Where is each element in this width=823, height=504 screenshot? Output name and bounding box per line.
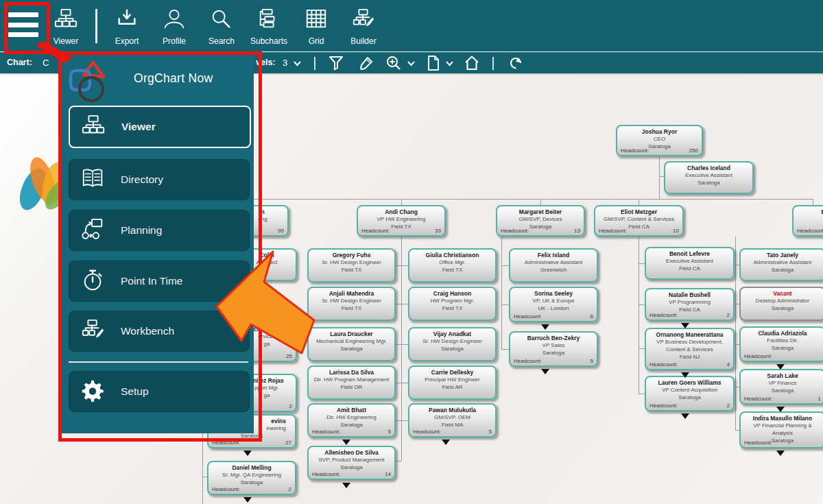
expand-subchart-icon[interactable]	[776, 451, 785, 456]
expand-subchart-icon[interactable]	[541, 324, 549, 330]
menu-item-viewer[interactable]: Viewer	[69, 106, 251, 148]
gear-icon	[81, 379, 106, 404]
org-node-laura-draucker[interactable]: Laura DrauckerMechanical Engineering Mgr…	[307, 327, 396, 361]
person-name: Giulia Christianson	[409, 252, 495, 259]
chevron-down-icon[interactable]	[294, 61, 301, 67]
headcount-label: Headcount:	[212, 440, 240, 446]
expand-subchart-icon[interactable]	[342, 483, 350, 488]
toolbar-divider	[95, 9, 97, 43]
chevron-down-icon[interactable]	[407, 61, 415, 67]
toolbar-button-subcharts[interactable]: Subcharts	[247, 8, 291, 48]
connector-line	[659, 176, 664, 177]
org-node-giulia-christianson[interactable]: Giulia ChristiansonOffice Mgr.Field TX	[408, 248, 497, 283]
org-node-allenisheo-de-silva[interactable]: Allenisheo De SilvaSVP, Product Manageme…	[307, 446, 396, 480]
org-node-tato-janely[interactable]: Tato JanelyAdministrative AssistantSarat…	[739, 248, 823, 281]
toolbar-button-label: Grid	[309, 36, 324, 46]
levels-value[interactable]: 3	[283, 58, 287, 68]
chevron-down-icon[interactable]	[446, 61, 453, 67]
org-node-larissa-da-silva[interactable]: Larissa Da SilvaDir. HW Program Manageme…	[307, 365, 396, 400]
headcount-value: 10	[673, 228, 679, 234]
menu-item-planning[interactable]: Planning	[69, 210, 250, 251]
expand-subchart-icon[interactable]	[776, 407, 785, 412]
connector-line	[735, 237, 736, 431]
headcount-label: Headcount:	[649, 403, 678, 409]
page-icon[interactable]	[425, 55, 442, 71]
org-node-amit-bhatt[interactable]: Amit BhattDir. HW EngineeringSaratogaHea…	[307, 403, 396, 437]
expand-subchart-icon[interactable]	[342, 440, 350, 445]
toolbar-button-export[interactable]: Export	[105, 8, 149, 48]
org-node-anjali-mahendra[interactable]: Anjali MahendraSr. HW Design EngineerFie…	[307, 287, 396, 321]
expand-subchart-icon[interactable]	[442, 440, 450, 445]
org-node-margaret-beiter[interactable]: Margaret BeiterGM/SVP, DevicesSaratogaHe…	[496, 205, 585, 237]
toolbar-button-profile[interactable]: Profile	[152, 8, 196, 48]
menu-item-point-in-time[interactable]: Point In Time	[69, 261, 250, 302]
person-name: Margaret Beiter	[497, 208, 584, 216]
org-node-vacant-desktop-admin[interactable]: VacantDesktop AdministratorSaratoga	[739, 287, 823, 321]
org-node-charles-iceland[interactable]: Charles IcelandExecutive AssistantSarato…	[664, 161, 754, 194]
highlighter-icon[interactable]	[358, 55, 374, 71]
expand-subchart-icon[interactable]	[681, 413, 689, 419]
org-node-claudia-adriazola[interactable]: Claudia AdriazolaFacilities Dir.Saratoga…	[739, 326, 823, 362]
toolbar-button-label: Viewer	[53, 36, 78, 46]
menu-item-workbench[interactable]: Workbench	[69, 311, 250, 352]
headcount-value: 14	[385, 471, 391, 477]
org-node-felix-island[interactable]: Felix IslandAdministrative AssistantGree…	[509, 248, 598, 283]
menu-item-setup[interactable]: Setup	[69, 371, 250, 412]
org-node-craig-hanson[interactable]: Craig HansonHW Program Mgr.Field TX	[408, 287, 497, 321]
person-name: Vijay Anadkat	[409, 331, 495, 338]
connector-line	[396, 383, 401, 383]
expand-subchart-icon[interactable]	[243, 497, 252, 503]
headcount-value: 4	[727, 361, 730, 368]
chart-label: Chart:	[7, 58, 32, 67]
refresh-icon[interactable]	[508, 55, 524, 71]
org-node-lauren-goers-williams[interactable]: Lauren Goers WilliamsVP Content Acquisit…	[645, 376, 735, 411]
person-title: VP Programming	[646, 299, 733, 307]
expand-subchart-icon[interactable]	[776, 364, 785, 370]
home-icon[interactable]	[464, 55, 480, 71]
org-node-andi-chang[interactable]: Andi ChangVP HW EngineeringField TXHeadc…	[357, 205, 446, 237]
org-node-indira-masullo-milano[interactable]: Indira Masullo MilanoVP Financial Planni…	[739, 411, 823, 448]
toolbar-button-grid[interactable]: Grid	[294, 8, 338, 48]
org-node-natalie-bushell[interactable]: Natalie BushellVP ProgrammingField CAHea…	[645, 288, 735, 321]
toolbar-button-search[interactable]: Search	[200, 8, 243, 48]
org-node-carrie-dellesky[interactable]: Carrie DelleskyPrincipal HW EngineerFiel…	[408, 365, 497, 400]
toolbar-button-viewer[interactable]: Viewer	[44, 8, 88, 48]
org-node-pawan-mulukutla[interactable]: Pawan MulukutlaGM/SVP, OEMField MAHeadco…	[408, 403, 497, 437]
headcount-label: Headcount:	[501, 228, 529, 234]
expand-subchart-icon[interactable]	[243, 451, 252, 456]
headcount-label: Headcount:	[797, 228, 823, 234]
connector-line	[401, 420, 408, 421]
expand-subchart-icon[interactable]	[541, 369, 549, 374]
connector-line	[401, 265, 408, 266]
toolbar-button-builder[interactable]: Builder	[342, 8, 385, 48]
connector-line	[238, 199, 813, 200]
org-node-vijay-anadkat[interactable]: Vijay AnadkatSr. HW Design EngineerSarat…	[408, 327, 497, 361]
grid-icon	[305, 8, 328, 34]
hamburger-menu-icon[interactable]	[8, 12, 38, 37]
person-name: Tato Janely	[741, 252, 823, 259]
org-node-daniel-melling[interactable]: Daniel MellingSr. Mgr. QA EngineeringSar…	[207, 461, 296, 495]
menu-item-directory[interactable]: Directory	[69, 159, 250, 200]
org-node-gregory-fuhs[interactable]: Gregory FuhsSr. HW Design EngineerField …	[307, 248, 396, 283]
connector-line	[501, 304, 509, 305]
filter-icon[interactable]	[328, 55, 344, 71]
expand-subchart-icon[interactable]	[681, 323, 689, 328]
zoom-in-icon[interactable]	[385, 55, 402, 71]
org-node-joshua-ryor[interactable]: Joshua RyorCEOSaratogaHeadcount:250	[616, 125, 703, 156]
org-node-elisab-fragment[interactable]: ElisabHeadcount:	[792, 205, 823, 237]
headcount-label: Headcount:	[212, 486, 240, 492]
org-node-barruch-ben-zekry[interactable]: Barruch Ben-ZekryVP SalesSaratogaHeadcou…	[509, 331, 598, 367]
person-title: VP Financial Planning & Analysis	[741, 422, 823, 437]
expand-subchart-icon[interactable]	[681, 372, 689, 378]
org-node-benoit-lefevre[interactable]: Benoit LefevreExecutive AssistantField C…	[645, 247, 735, 280]
person-location: Saratoga	[409, 346, 495, 353]
person-title: Facilities Dir.	[741, 337, 823, 345]
org-node-sarah-lake[interactable]: Sarah LakeVP FinanceSaratogaHeadcount:1	[739, 369, 823, 405]
person-name: Carrie Dellesky	[409, 369, 495, 376]
person-name: Laura Draucker	[309, 331, 394, 338]
org-node-ornanong-maneerattana[interactable]: Ornanong ManeerattanaVP Business Develop…	[645, 328, 735, 370]
connector-line	[396, 344, 401, 345]
org-node-eliot-metzger[interactable]: Eliot MetzgerGM/SVP, Content & ServicesF…	[594, 205, 684, 237]
org-node-sorina-seeley[interactable]: Sorina SeeleyVP, UK & EuropeUK - LondonH…	[509, 287, 598, 322]
menu-item-label: Point In Time	[121, 275, 182, 287]
